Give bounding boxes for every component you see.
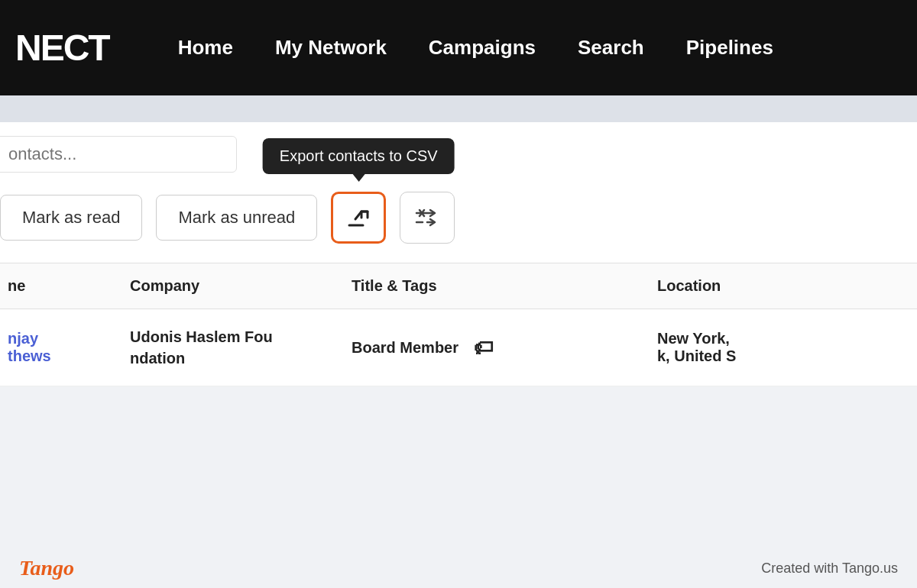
contact-location: New York,k, United S	[650, 330, 917, 365]
export-button-container: Export contacts to CSV	[331, 192, 386, 244]
nav-home[interactable]: Home	[178, 36, 233, 60]
nav-my-network[interactable]: My Network	[275, 36, 387, 60]
nav-campaigns[interactable]: Campaigns	[429, 36, 536, 60]
contacts-table: ne Company Title & Tags Location njaythe…	[0, 263, 917, 386]
column-header-company: Company	[122, 277, 344, 295]
shuffle-icon	[415, 207, 439, 228]
search-area	[0, 122, 917, 173]
footer-credit: Created with Tango.us	[761, 561, 898, 577]
column-header-location: Location	[650, 277, 917, 295]
nav-pipelines[interactable]: Pipelines	[686, 36, 773, 60]
contact-name[interactable]: njaythews	[0, 330, 122, 365]
app-logo: NECT	[15, 30, 109, 66]
table-header: ne Company Title & Tags Location	[0, 263, 917, 309]
tango-logo: Tango	[19, 556, 74, 580]
export-icon	[346, 205, 371, 230]
mark-as-unread-button[interactable]: Mark as unread	[156, 195, 317, 241]
main-content: Mark as read Mark as unread Export conta…	[0, 122, 917, 386]
contact-company: Udonis Haslem Foundation	[122, 326, 344, 369]
footer: Tango Created with Tango.us	[0, 556, 917, 580]
column-header-tags: Title & Tags	[344, 277, 650, 295]
search-input[interactable]	[0, 136, 237, 173]
contact-title-tags: Board Member 🏷	[344, 336, 650, 360]
nav-search[interactable]: Search	[578, 36, 644, 60]
nav-links-container: Home My Network Campaigns Search Pipelin…	[178, 36, 773, 60]
export-tooltip: Export contacts to CSV	[263, 138, 455, 174]
shuffle-button[interactable]	[400, 192, 455, 244]
toolbar-row: Mark as read Mark as unread Export conta…	[0, 173, 917, 259]
mark-as-read-button[interactable]: Mark as read	[0, 195, 142, 241]
top-navigation: NECT Home My Network Campaigns Search Pi…	[0, 0, 917, 95]
table-row: njaythews Udonis Haslem Foundation Board…	[0, 309, 917, 386]
nav-separator	[0, 95, 917, 122]
export-csv-button[interactable]	[331, 192, 386, 244]
tag-icon: 🏷	[474, 336, 494, 360]
contact-title: Board Member	[352, 339, 458, 357]
column-header-name: ne	[0, 277, 122, 295]
